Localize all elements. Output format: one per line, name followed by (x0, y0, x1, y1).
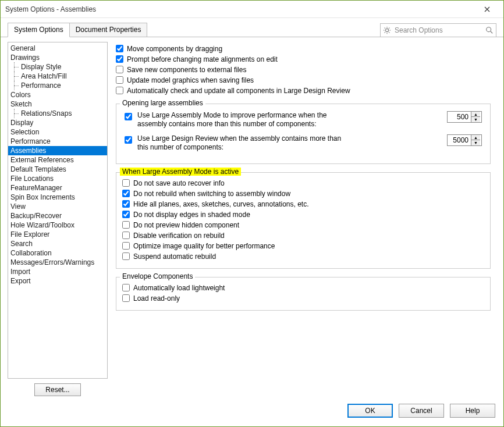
checkbox-label: Do not save auto recover info (133, 179, 225, 188)
svg-point-9 (487, 27, 491, 32)
large-assembly-mode-checkbox[interactable] (125, 113, 132, 120)
group-legend: Envelope Components (120, 272, 195, 280)
tab-document-properties[interactable]: Document Properties (69, 23, 148, 37)
checkbox-label: Optimize image quality for better perfor… (133, 241, 275, 251)
tree-item[interactable]: Relations/Snaps (8, 109, 107, 118)
checkbox[interactable] (122, 200, 130, 208)
large-design-review-spinner[interactable]: ▲▼ (447, 134, 482, 146)
checkbox-row: Do not rebuild when switching to assembl… (122, 189, 484, 198)
checkbox[interactable] (122, 294, 130, 302)
large-design-review-label: Use Large Design Review when the assembl… (137, 134, 353, 152)
large-design-review-value[interactable] (448, 136, 471, 145)
checkbox-row: Disable verification on rebuild (122, 231, 484, 240)
chevron-down-icon[interactable]: ▼ (471, 117, 480, 122)
tree-item[interactable]: Messages/Errors/Warnings (8, 258, 107, 267)
close-button[interactable] (475, 1, 499, 17)
checkbox[interactable] (122, 221, 130, 229)
tree-item[interactable]: Backup/Recover (8, 211, 107, 220)
checkbox[interactable] (122, 190, 130, 197)
checkbox-row: Do not display edges in shaded mode (122, 210, 484, 219)
checkbox[interactable] (122, 242, 130, 250)
tree-item[interactable]: Performance (8, 137, 107, 146)
ok-button[interactable]: OK (347, 404, 393, 418)
checkbox-row: Do not preview hidden component (122, 220, 484, 230)
checkbox-label: Do not display edges in shaded mode (133, 210, 250, 219)
tree-item[interactable]: General (8, 44, 107, 53)
checkbox[interactable] (116, 87, 123, 94)
large-assembly-mode-value[interactable] (448, 112, 471, 122)
checkbox-row: Prompt before changing mate alignments o… (116, 55, 491, 64)
checkbox-label: Do not rebuild when switching to assembl… (133, 189, 290, 198)
checkbox-label: Move components by dragging (127, 44, 222, 54)
checkbox-row: Move components by dragging (116, 44, 491, 54)
title-bar: System Options - Assemblies (1, 1, 503, 18)
tree-item[interactable]: Drawings (8, 53, 107, 62)
tree-item[interactable]: Hole Wizard/Toolbox (8, 220, 107, 230)
checkbox[interactable] (122, 211, 130, 218)
category-tree[interactable]: GeneralDrawingsDisplay StyleArea Hatch/F… (8, 42, 108, 379)
checkbox-row: Optimize image quality for better perfor… (122, 241, 484, 251)
tree-item[interactable]: File Locations (8, 174, 107, 183)
group-legend-highlighted: When Large Assembly Mode is active (120, 168, 241, 176)
tree-item[interactable]: Spin Box Increments (8, 193, 107, 202)
checkbox[interactable] (122, 252, 130, 260)
tree-item[interactable]: Default Templates (8, 165, 107, 174)
large-design-review-checkbox[interactable] (125, 136, 132, 144)
checkbox-label: Suspend automatic rebuild (133, 252, 216, 261)
cancel-button[interactable]: Cancel (399, 404, 444, 418)
checkbox-row: Load read-only (122, 294, 484, 303)
tree-item[interactable]: External References (8, 155, 107, 165)
spinner-arrows: ▲▼ (471, 135, 480, 145)
tab-system-options[interactable]: System Options (8, 23, 70, 37)
large-assembly-mode-spinner[interactable]: ▲▼ (447, 111, 482, 123)
tree-item[interactable]: Import (8, 267, 107, 276)
checkbox[interactable] (116, 55, 123, 63)
tree-item[interactable]: Area Hatch/Fill (8, 72, 107, 81)
tree-item[interactable]: Search (8, 239, 107, 248)
checkbox[interactable] (116, 66, 123, 73)
chevron-up-icon[interactable]: ▲ (471, 112, 480, 117)
search-box[interactable] (380, 23, 496, 37)
envelope-checkbox-list: Automatically load lightweightLoad read-… (122, 283, 484, 303)
help-button[interactable]: Help (450, 404, 495, 418)
tree-item[interactable]: Selection (8, 127, 107, 137)
checkbox[interactable] (116, 45, 123, 52)
chevron-up-icon[interactable]: ▲ (471, 135, 480, 140)
tree-item[interactable]: Assemblies (8, 146, 107, 155)
checkbox-label: Hide all planes, axes, sketches, curves,… (133, 200, 309, 209)
large-assembly-mode-row: Use Large Assembly Mode to improve perfo… (122, 111, 484, 129)
reset-button[interactable]: Reset... (34, 383, 81, 396)
tree-item[interactable]: Display Style (8, 62, 107, 72)
checkbox-label: Automatically check and update all compo… (127, 86, 350, 95)
tree-item[interactable]: Colors (8, 90, 107, 99)
tabs: System Options Document Properties (8, 23, 147, 37)
tree-item[interactable]: Export (8, 276, 107, 286)
dialog-window: System Options - Assemblies System Optio… (0, 0, 504, 427)
tree-item[interactable]: View (8, 202, 107, 211)
large-design-review-row: Use Large Design Review when the assembl… (122, 134, 484, 152)
tree-item[interactable]: Sketch (8, 99, 107, 109)
checkbox-label: Load read-only (133, 294, 180, 303)
checkbox-row: Automatically check and update all compo… (116, 86, 491, 95)
checkbox[interactable] (122, 232, 130, 239)
checkbox-label: Automatically load lightweight (133, 283, 225, 293)
checkbox[interactable] (122, 179, 130, 187)
tree-item[interactable]: Collaboration (8, 248, 107, 258)
svg-line-8 (389, 28, 389, 29)
checkbox[interactable] (116, 76, 123, 84)
chevron-down-icon[interactable]: ▼ (471, 140, 480, 145)
spinner-arrows: ▲▼ (471, 112, 480, 122)
search-input[interactable] (393, 26, 485, 35)
gear-icon (383, 26, 391, 34)
tree-item[interactable]: File Explorer (8, 230, 107, 239)
group-envelope-components: Envelope Components Automatically load l… (116, 277, 491, 311)
checkbox[interactable] (122, 284, 130, 291)
checkbox-row: Suspend automatic rebuild (122, 252, 484, 261)
tree-item[interactable]: Performance (8, 81, 107, 90)
dialog-body: GeneralDrawingsDisplay StyleArea Hatch/F… (1, 37, 503, 401)
content-panel: Move components by draggingPrompt before… (108, 37, 496, 396)
tree-item[interactable]: FeatureManager (8, 183, 107, 193)
svg-line-5 (385, 28, 385, 29)
tree-item[interactable]: Display (8, 118, 107, 127)
checkbox-label: Disable verification on rebuild (133, 231, 225, 240)
